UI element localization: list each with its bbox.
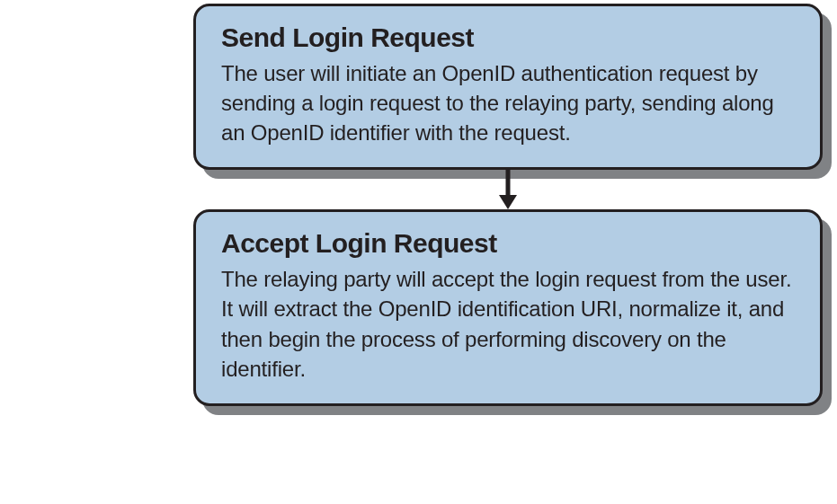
flow-step-send-login: Send Login Request The user will initiat… <box>193 4 823 170</box>
arrow-head-icon <box>499 195 517 209</box>
flow-arrow <box>193 170 823 209</box>
flow-step-2-wrapper: Accept Login Request The relaying party … <box>193 209 823 405</box>
flow-step-accept-login: Accept Login Request The relaying party … <box>193 209 823 405</box>
step-body: The user will initiate an OpenID authent… <box>221 58 795 147</box>
arrow-line <box>506 168 511 199</box>
step-title: Accept Login Request <box>221 228 795 259</box>
step-title: Send Login Request <box>221 22 795 53</box>
flow-step-1-wrapper: Send Login Request The user will initiat… <box>193 4 823 170</box>
flowchart-diagram: Send Login Request The user will initiat… <box>193 4 823 406</box>
step-body: The relaying party will accept the login… <box>221 264 795 383</box>
